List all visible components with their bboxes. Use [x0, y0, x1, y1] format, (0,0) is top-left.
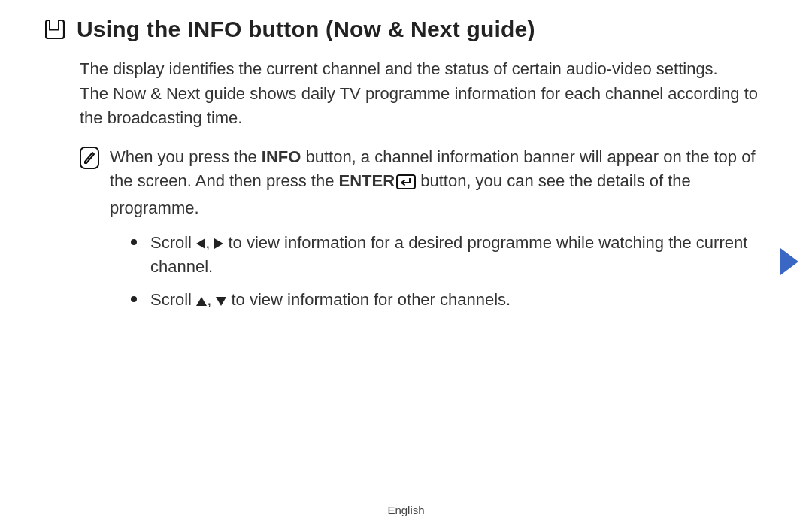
b1-post: to view information for a desired progra…: [150, 233, 747, 276]
arrow-up-icon: [196, 297, 207, 306]
note-pencil-icon: [80, 147, 99, 169]
body-content: The display identifies the current chann…: [80, 57, 767, 321]
heading-row: Using the INFO button (Now & Next guide): [45, 15, 767, 44]
sep1: ,: [205, 233, 214, 252]
note-block: When you press the INFO button, a channe…: [80, 145, 767, 320]
section-bookmark-icon: [45, 20, 65, 39]
arrow-left-icon: [196, 238, 205, 249]
bullet-item-2: Scroll , to view information for other c…: [131, 288, 767, 312]
bullet-list: Scroll , to view information for a desir…: [110, 231, 767, 312]
svg-rect-2: [80, 147, 98, 168]
chevron-right-icon: [780, 248, 798, 275]
b1-pre: Scroll: [150, 233, 196, 252]
intro-paragraph-2: The Now & Next guide shows daily TV prog…: [80, 82, 767, 130]
arrow-down-icon: [216, 297, 226, 306]
bullet-item-1: Scroll , to view information for a desir…: [131, 231, 767, 279]
note-content: When you press the INFO button, a channe…: [110, 145, 767, 320]
intro-paragraph-1: The display identifies the current chann…: [80, 57, 767, 81]
page-title: Using the INFO button (Now & Next guide): [77, 15, 535, 44]
manual-page: Using the INFO button (Now & Next guide)…: [0, 0, 812, 321]
footer-language: English: [0, 504, 812, 516]
enter-word: ENTER: [339, 171, 395, 190]
b2-post: to view information for other channels.: [226, 290, 511, 309]
b2-pre: Scroll: [150, 290, 196, 309]
enter-return-icon: [396, 172, 416, 196]
note-pre: When you press the: [110, 147, 262, 166]
info-word: INFO: [262, 147, 301, 166]
next-page-arrow[interactable]: [780, 248, 798, 275]
sep2: ,: [207, 290, 216, 309]
arrow-right-icon: [214, 238, 223, 249]
note-text: When you press the INFO button, a channe…: [110, 147, 756, 217]
